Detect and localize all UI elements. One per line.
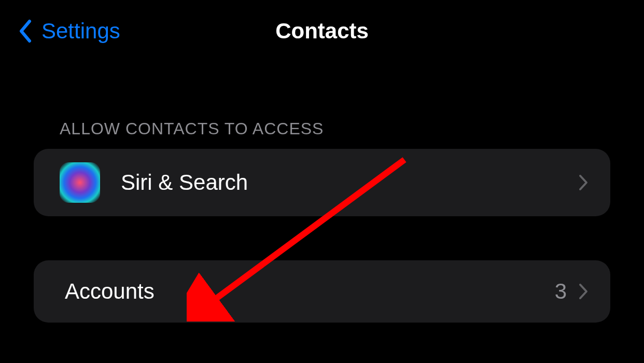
back-label: Settings [41,19,120,44]
chevron-left-icon [16,17,34,46]
list-group-accounts: Accounts 3 [34,260,610,323]
row-label-accounts: Accounts [65,279,555,304]
section-header-access: ALLOW CONTACTS TO ACCESS [0,119,644,149]
row-value-accounts: 3 [555,279,567,304]
row-accounts[interactable]: Accounts 3 [34,260,610,323]
page-title: Contacts [275,19,369,44]
chevron-right-icon [577,173,590,192]
back-button[interactable]: Settings [16,17,120,46]
row-label-siri: Siri & Search [121,170,577,195]
chevron-right-icon [577,282,590,301]
siri-icon [60,162,100,203]
row-siri-search[interactable]: Siri & Search [34,149,610,216]
navigation-header: Settings Contacts [0,0,644,62]
list-group-access: Siri & Search [34,149,610,216]
